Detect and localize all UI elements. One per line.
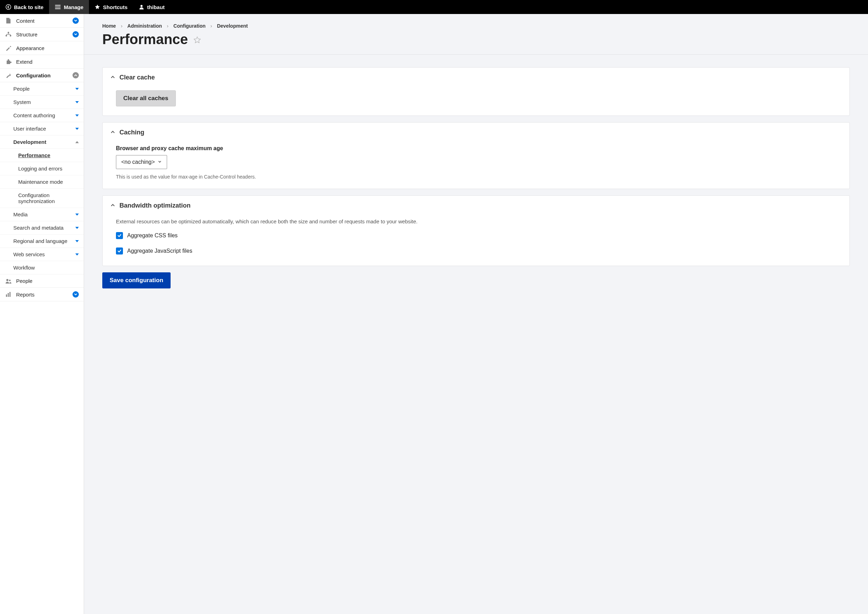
user-icon bbox=[139, 4, 144, 10]
breadcrumb-home[interactable]: Home bbox=[102, 23, 116, 29]
breadcrumb-development[interactable]: Development bbox=[217, 23, 248, 29]
sidebar-subitem-search-metadata[interactable]: Search and metadata bbox=[0, 221, 84, 234]
manage-button[interactable]: Manage bbox=[49, 0, 89, 14]
back-to-site-button[interactable]: Back to site bbox=[0, 0, 49, 14]
triangle-up-icon bbox=[75, 141, 79, 143]
sidebar-item-extend[interactable]: Extend bbox=[0, 55, 84, 68]
chart-icon bbox=[5, 291, 12, 297]
panel-header-caching[interactable]: Caching bbox=[110, 129, 842, 139]
sidebar-item-reports[interactable]: Reports bbox=[0, 288, 84, 301]
sidebar-subitem2-config-sync[interactable]: Configuration synchronization bbox=[0, 189, 84, 208]
sidebar-subitem-system[interactable]: System bbox=[0, 96, 84, 109]
sidebar-subitem-workflow[interactable]: Workflow bbox=[0, 261, 84, 274]
back-icon bbox=[6, 4, 11, 10]
back-label: Back to site bbox=[14, 4, 43, 10]
sidebar-label: Workflow bbox=[13, 265, 35, 271]
sidebar-item-configuration[interactable]: Configuration bbox=[0, 68, 84, 82]
panel-caching: Caching Browser and proxy cache maximum … bbox=[102, 122, 850, 189]
sidebar-label: Performance bbox=[18, 152, 50, 158]
sidebar-label: Regional and language bbox=[13, 238, 67, 244]
sidebar-subitem-media[interactable]: Media bbox=[0, 208, 84, 221]
sidebar-subitem-user-interface[interactable]: User interface bbox=[0, 122, 84, 135]
chevron-down-icon bbox=[73, 17, 79, 24]
page-title-text: Performance bbox=[102, 31, 188, 47]
breadcrumb-configuration[interactable]: Configuration bbox=[173, 23, 206, 29]
triangle-down-icon bbox=[75, 214, 79, 216]
breadcrumb-administration[interactable]: Administration bbox=[127, 23, 162, 29]
sidebar-label: Extend bbox=[16, 59, 33, 65]
page-title: Performance bbox=[102, 31, 850, 47]
chevron-right-icon: › bbox=[121, 23, 123, 29]
triangle-down-icon bbox=[75, 88, 79, 90]
sidebar-label: Configuration synchronization bbox=[18, 192, 79, 204]
aggregate-js-checkbox[interactable] bbox=[116, 248, 123, 254]
sidebar-label: System bbox=[13, 99, 31, 105]
shortcuts-label: Shortcuts bbox=[103, 4, 127, 10]
content-area: Home › Administration › Configuration › … bbox=[84, 14, 868, 614]
panel-header-bandwidth[interactable]: Bandwidth optimization bbox=[110, 202, 842, 212]
sidebar-label: Content authoring bbox=[13, 112, 55, 118]
sidebar-label: Search and metadata bbox=[13, 225, 64, 231]
sidebar-label: Development bbox=[13, 139, 46, 145]
user-button[interactable]: thibaut bbox=[133, 0, 170, 14]
chevron-up-icon bbox=[73, 72, 79, 78]
sidebar-subitem-people[interactable]: People bbox=[0, 82, 84, 96]
triangle-down-icon bbox=[75, 227, 79, 229]
star-outline-icon[interactable] bbox=[193, 31, 202, 47]
aggregate-css-checkbox[interactable] bbox=[116, 232, 123, 239]
chevron-down-icon bbox=[73, 291, 79, 298]
sidebar-label: People bbox=[16, 278, 33, 284]
svg-point-5 bbox=[6, 279, 8, 281]
puzzle-icon bbox=[5, 59, 12, 65]
sidebar-label: User interface bbox=[13, 126, 46, 132]
sidebar-subitem-development[interactable]: Development bbox=[0, 135, 84, 149]
triangle-down-icon bbox=[75, 253, 79, 256]
field-label-max-age: Browser and proxy cache maximum age bbox=[116, 145, 836, 152]
save-configuration-button[interactable]: Save configuration bbox=[102, 272, 171, 288]
panel-bandwidth: Bandwidth optimization External resource… bbox=[102, 195, 850, 266]
svg-point-6 bbox=[9, 279, 11, 281]
chevron-up-icon bbox=[110, 129, 115, 136]
chevron-up-icon bbox=[110, 74, 115, 81]
sidebar-subitem-content-authoring[interactable]: Content authoring bbox=[0, 109, 84, 122]
sidebar-item-content[interactable]: Content bbox=[0, 14, 84, 28]
panel-title: Caching bbox=[120, 129, 144, 136]
checkbox-label: Aggregate CSS files bbox=[127, 233, 178, 239]
structure-icon bbox=[5, 31, 12, 37]
sidebar-label: Media bbox=[13, 211, 28, 217]
sidebar-subitem-web-services[interactable]: Web services bbox=[0, 248, 84, 261]
panel-clear-cache: Clear cache Clear all caches bbox=[102, 67, 850, 116]
sidebar-label: Maintenance mode bbox=[18, 179, 63, 185]
sidebar-label: People bbox=[13, 86, 30, 92]
sidebar-item-structure[interactable]: Structure bbox=[0, 28, 84, 41]
chevron-down-icon bbox=[158, 159, 162, 165]
sidebar-subitem2-logging[interactable]: Logging and errors bbox=[0, 162, 84, 175]
sidebar-label: Web services bbox=[13, 251, 45, 257]
panel-header-clear-cache[interactable]: Clear cache bbox=[110, 74, 842, 84]
sidebar-label: Configuration bbox=[16, 73, 50, 78]
svg-rect-9 bbox=[9, 292, 11, 297]
chevron-right-icon: › bbox=[211, 23, 212, 29]
sidebar-subitem-regional-language[interactable]: Regional and language bbox=[0, 234, 84, 248]
select-value: <no caching> bbox=[121, 159, 155, 165]
max-age-select[interactable]: <no caching> bbox=[116, 155, 167, 169]
star-icon bbox=[95, 4, 100, 10]
clear-all-caches-button[interactable]: Clear all caches bbox=[116, 90, 176, 106]
svg-rect-8 bbox=[8, 293, 9, 297]
chevron-up-icon bbox=[110, 202, 115, 209]
sidebar-item-appearance[interactable]: Appearance bbox=[0, 41, 84, 55]
svg-point-3 bbox=[6, 35, 7, 37]
sidebar-label: Logging and errors bbox=[18, 166, 62, 172]
manage-label: Manage bbox=[64, 4, 83, 10]
shortcuts-button[interactable]: Shortcuts bbox=[89, 0, 133, 14]
svg-point-0 bbox=[6, 5, 11, 9]
sidebar: Content Structure Appearance bbox=[0, 14, 84, 614]
triangle-down-icon bbox=[75, 115, 79, 116]
help-text-max-age: This is used as the value for max-age in… bbox=[116, 174, 836, 180]
sidebar-label: Structure bbox=[16, 31, 37, 37]
sidebar-item-people[interactable]: People bbox=[0, 274, 84, 288]
content-body: Clear cache Clear all caches Caching Bro… bbox=[84, 54, 868, 301]
sidebar-subitem2-maintenance[interactable]: Maintenance mode bbox=[0, 175, 84, 189]
sidebar-subitem2-performance[interactable]: Performance bbox=[0, 149, 84, 162]
sidebar-label: Reports bbox=[16, 291, 35, 298]
